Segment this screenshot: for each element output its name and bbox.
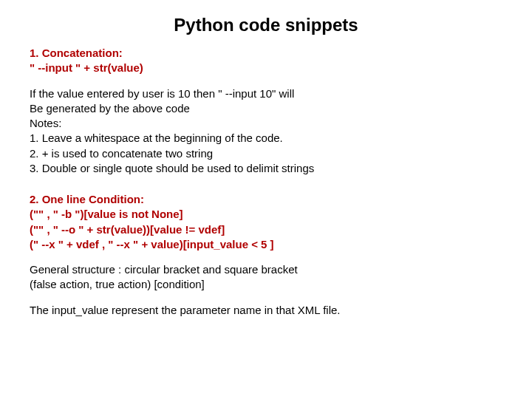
body-line: Be generated by the above code	[30, 101, 502, 116]
body-line: If the value entered by user is 10 then …	[30, 86, 502, 101]
body-line: 3. Double or single quote should be used…	[30, 161, 502, 176]
section-2-heading: 2. One line Condition: ("" , " -b ")[val…	[30, 192, 502, 252]
body-line: The input_value represent the parameter …	[30, 303, 502, 318]
heading-line: ("" , " --o " + str(value))[value != vde…	[30, 222, 502, 237]
heading-line: ("" , " -b ")[value is not None]	[30, 207, 502, 222]
heading-line: 1. Concatenation:	[30, 46, 502, 61]
body-line: (false action, true action) [condition]	[30, 277, 502, 292]
body-line: General structure : circular bracket and…	[30, 262, 502, 277]
body-line: 1. Leave a whitespace at the beginning o…	[30, 131, 502, 146]
heading-line: " --input " + str(value)	[30, 61, 502, 75]
body-line: 2. + is used to concatenate two string	[30, 146, 502, 161]
section-1-body: If the value entered by user is 10 then …	[30, 86, 502, 177]
page-title: Python code snippets	[30, 15, 502, 35]
section-2-body-a: General structure : circular bracket and…	[30, 262, 502, 293]
heading-line: 2. One line Condition:	[30, 192, 502, 207]
section-2-body-b: The input_value represent the parameter …	[30, 303, 502, 318]
section-1-heading: 1. Concatenation: " --input " + str(valu…	[30, 46, 502, 76]
heading-line: (" --x " + vdef , " --x " + value)[input…	[30, 237, 502, 252]
body-line: Notes:	[30, 116, 502, 131]
